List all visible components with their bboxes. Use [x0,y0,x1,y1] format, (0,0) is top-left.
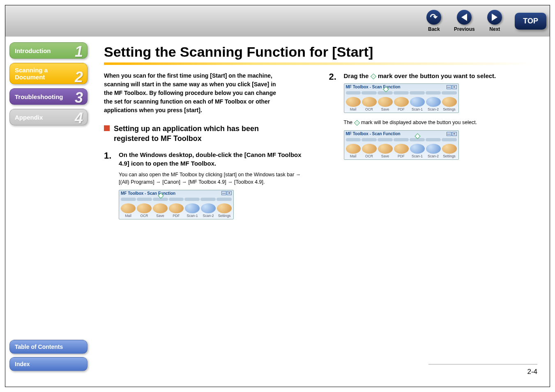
step-1-title: On the Windows desktop, double-click the… [119,150,309,168]
title-underline [104,62,533,65]
tb-label: Mail [346,154,361,158]
sidebar-item-label: Scanning a Document [15,67,48,81]
subheading: Setting up an application which has been… [104,124,260,144]
tb-label: Settings [217,214,232,218]
sidebar-item-troubleshooting[interactable]: Troubleshooting 3 [9,88,88,105]
page-number: 2-4 [527,368,537,376]
step-1: 1. On the Windows desktop, double-click … [104,150,309,225]
sidebar-item-number: 2 [75,70,83,85]
next-button[interactable]: Next [484,10,505,32]
sidebar-item-label: Troubleshooting [15,93,63,100]
sidebar-item-number: 3 [75,90,83,105]
content-area: Setting the Scanning Function for [Start… [92,37,550,378]
toolbox-title: MF Toolbox - Scan Function [346,85,401,89]
window-controls-icon: —× [447,132,457,136]
toc-label: Table of Contents [15,344,63,350]
next-icon [487,10,502,25]
sidebar-item-introduction[interactable]: Introduction 1 [9,42,88,59]
step-2: 2. Drag the mark over the button you wan… [329,71,534,166]
square-bullet-icon [104,125,110,131]
top-button[interactable]: TOP [515,13,546,30]
sidebar-item-number: 4 [75,111,83,126]
window-controls-icon: —× [221,191,232,195]
window-controls-icon: —× [447,85,457,89]
tb-label: Scan-1 [410,107,425,111]
previous-button[interactable]: Previous [454,10,474,32]
sidebar-item-scanning[interactable]: Scanning a Document 2 [9,63,88,84]
tb-label: Scan-1 [410,154,425,158]
next-label: Next [489,26,500,32]
sidebar-item-label: Introduction [15,47,51,54]
toolbox-title: MF Toolbox - Scan Function [121,191,175,196]
top-nav-strip: ↶ Back Previous Next TOP [5,5,550,37]
step-number: 2. [329,71,340,166]
tb-label: PDF [169,214,184,218]
step-2-title: Drag the mark over the button you want t… [344,71,534,80]
tb-label: Mail [121,214,136,218]
tb-label: PDF [394,154,409,158]
toolbox-image-1: MF Toolbox - Scan Function —× [119,190,234,219]
left-column: When you scan for the first time using [… [104,71,309,229]
sidebar-item-label: Appendix [15,114,43,121]
step-1-note: You can also open the MF Toolbox by clic… [119,171,309,186]
toolbox-image-3: MF Toolbox - Scan Function —× [344,130,459,160]
previous-label: Previous [454,26,475,32]
diamond-mark-icon [354,120,359,126]
tb-label: Save [378,107,393,111]
right-column: 2. Drag the mark over the button you wan… [329,71,534,229]
tb-label: PDF [394,107,409,111]
step-number: 1. [104,150,115,225]
index-label: Index [15,361,30,367]
sidebar-item-number: 1 [75,44,83,59]
index-button[interactable]: Index [9,357,88,371]
tb-label: OCR [362,107,377,111]
tb-label: OCR [137,214,152,218]
sidebar: Introduction 1 Scanning a Document 2 Tro… [5,37,92,378]
tb-label: Save [378,154,393,158]
previous-icon [457,10,472,25]
tb-label: Mail [346,107,361,111]
tb-label: Scan-2 [426,154,441,158]
tb-label: Settings [442,107,457,111]
table-of-contents-button[interactable]: Table of Contents [9,340,88,354]
back-label: Back [428,26,440,32]
back-icon: ↶ [426,10,441,25]
diamond-mark-icon [370,74,376,79]
tb-label: Scan-1 [185,214,200,218]
tb-label: Save [153,214,168,218]
tb-label: Settings [442,154,457,158]
page-number-rule [428,364,537,364]
toolbox-title: MF Toolbox - Scan Function [346,131,401,136]
sidebar-item-appendix[interactable]: Appendix 4 [9,109,88,125]
tb-label: Scan-2 [426,107,441,111]
back-button[interactable]: ↶ Back [424,10,444,32]
page-title: Setting the Scanning Function for [Start… [104,44,533,60]
subheading-text: Setting up an application which has been… [114,124,260,144]
toolbox-image-2: MF Toolbox - Scan Function —× [344,83,459,113]
step-2-note: The mark will be displayed above the but… [344,119,534,126]
intro-text: When you scan for the first time using [… [104,71,276,115]
tb-label: OCR [362,154,377,158]
tb-label: Scan-2 [201,214,216,218]
